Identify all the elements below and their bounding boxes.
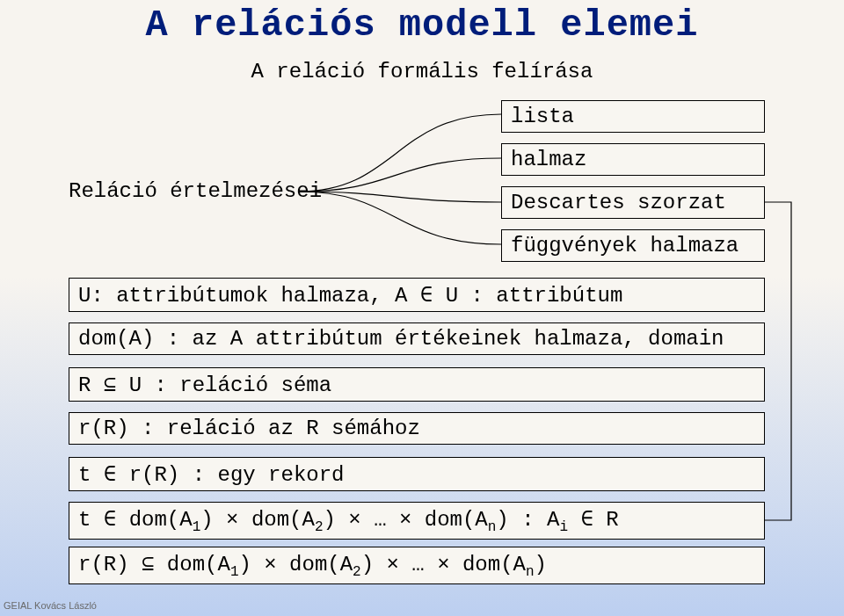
rrdom-p4: ) [535,553,547,576]
page-subtitle: A reláció formális felírása [0,60,844,83]
tdom-p5: ∈ R [568,508,619,532]
tdom-p1: t ∈ dom(A [78,508,193,532]
tdom-s1: 1 [193,519,201,535]
relation-interpretations-label: Reláció értelmezései [69,179,322,203]
bracket-connector [290,104,501,262]
box-dom-a: dom(A) : az A attribútum értékeinek halm… [69,322,765,355]
box-descartes: Descartes szorzat [501,186,765,219]
tdom-s4: i [559,519,568,535]
rrdom-s3: n [526,564,535,580]
rrdom-p1: r(R) ⊆ dom(A [78,553,230,576]
box-fuggvenyek: függvények halmaza [501,229,765,262]
box-lista: lista [501,100,765,133]
box-t-record: t ∈ r(R) : egy rekord [69,457,765,491]
box-r-of-r: r(R) : reláció az R sémához [69,412,765,445]
rrdom-p2: ) × dom(A [238,553,353,576]
tdom-p3: ) × … × dom(A [324,508,488,532]
footer-credit: GEIAL Kovács László [4,600,97,611]
right-connector [765,186,800,547]
tdom-s3: n [488,519,497,535]
tdom-s2: 2 [315,519,324,535]
rrdom-s2: 2 [353,564,361,580]
box-u-attributes: U: attribútumok halmaza, A ∈ U : attribú… [69,278,765,312]
box-t-dom-product: t ∈ dom(A1) × dom(A2) × … × dom(An) : Ai… [69,502,765,540]
tdom-p2: ) × dom(A [200,508,315,532]
rrdom-p3: ) × … × dom(A [361,553,526,576]
box-rr-dom-product: r(R) ⊆ dom(A1) × dom(A2) × … × dom(An) [69,547,765,584]
box-r-schema: R ⊆ U : reláció séma [69,367,765,402]
page-title: A relációs modell elemei [0,4,844,47]
tdom-p4: ) : A [496,508,559,532]
box-halmaz: halmaz [501,143,765,176]
